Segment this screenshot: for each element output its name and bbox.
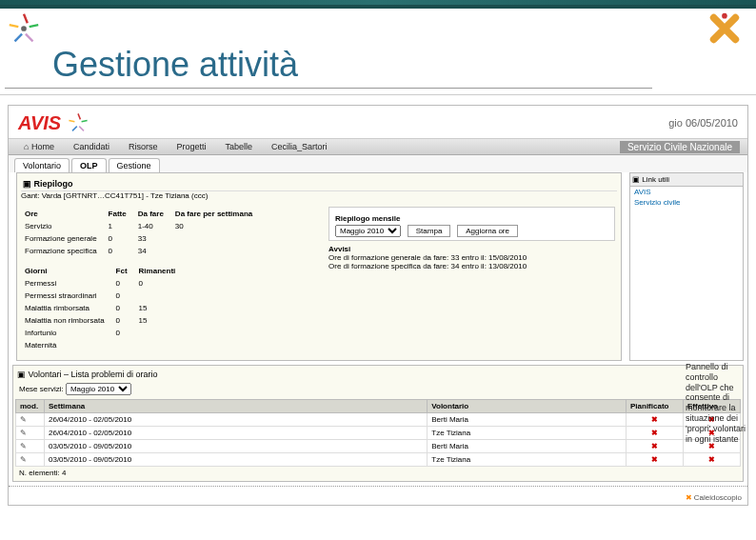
nav-user[interactable]: Cecilia_Sartori bbox=[262, 140, 337, 153]
star-icon bbox=[67, 111, 90, 134]
edit-icon[interactable] bbox=[16, 427, 45, 440]
header-date: gio 06/05/2010 bbox=[668, 117, 738, 129]
link-servizio[interactable]: Servizio civile bbox=[630, 197, 743, 208]
table-row: 03/05/2010 - 09/05/2010Berti Maria✖✖ bbox=[16, 440, 741, 453]
nav-progetti[interactable]: Progetti bbox=[168, 140, 216, 153]
aggiorna-button[interactable]: Aggiorna ore bbox=[457, 225, 518, 237]
ore-table: OreFatteDa fareDa fare per settimana Ser… bbox=[23, 207, 264, 258]
volontari-panel: Volontari – Lista problemi di orario Mes… bbox=[12, 365, 744, 482]
star-logo-left bbox=[6, 10, 46, 50]
avviso-row: Ore di formazione generale da fare: 33 e… bbox=[328, 253, 615, 262]
avis-logo: AVIS bbox=[18, 112, 61, 134]
divider bbox=[9, 486, 747, 487]
riepilogo-mensile: Riepilogo mensile Maggio 2010 Stampa Agg… bbox=[328, 207, 615, 241]
mensile-title: Riepilogo mensile bbox=[335, 214, 608, 223]
edit-icon[interactable] bbox=[16, 413, 45, 427]
vol-mese-select[interactable]: Maggio 2010 bbox=[66, 383, 131, 395]
footer-brand: Caleidoscopio bbox=[9, 490, 747, 505]
table-row: 26/04/2010 - 02/05/2010Berti Maria✖✖ bbox=[16, 413, 741, 427]
sub-tabs: Volontario OLP Gestione bbox=[9, 155, 747, 172]
svg-point-1 bbox=[722, 13, 727, 19]
tab-olp[interactable]: OLP bbox=[71, 158, 107, 172]
nav-risorse[interactable]: Risorse bbox=[119, 140, 168, 153]
table-row: Servizio11-4030 bbox=[25, 221, 262, 231]
table-row: Infortunio0 bbox=[25, 328, 185, 338]
volontari-table: mod. Settimana Volontario Pianificato Ef… bbox=[15, 399, 741, 467]
edit-icon[interactable] bbox=[16, 453, 45, 467]
mese-select[interactable]: Maggio 2010 bbox=[335, 225, 401, 237]
gant-info: Gant: Varda [GRTNRT…CC41T751] - Tze Tizi… bbox=[21, 191, 617, 200]
tab-gestione[interactable]: Gestione bbox=[109, 158, 160, 172]
app-header: AVIS gio 06/05/2010 bbox=[9, 106, 747, 138]
table-row: Malattia rimborsata015 bbox=[25, 303, 185, 313]
slide-title: Gestione attività bbox=[52, 45, 298, 85]
table-row: 03/05/2010 - 09/05/2010Tze Tiziana✖✖ bbox=[16, 453, 741, 467]
table-row: Formazione generale033 bbox=[25, 233, 262, 244]
link-avis[interactable]: AVIS bbox=[630, 187, 743, 197]
volontari-title: Volontari – Lista problemi di orario bbox=[15, 368, 741, 381]
nav-home[interactable]: Home bbox=[14, 140, 64, 153]
edit-icon[interactable] bbox=[16, 440, 45, 453]
riepilogo-title: Riepilogo bbox=[21, 177, 617, 191]
giorni-table: GiorniFctRimanenti Permessi00 Permessi s… bbox=[23, 264, 187, 352]
x-logo-right bbox=[706, 10, 746, 50]
table-row: Maternità bbox=[25, 340, 185, 350]
nav-bar: Home Candidati Risorse Progetti Tabelle … bbox=[9, 138, 747, 155]
nav-tabelle[interactable]: Tabelle bbox=[216, 140, 263, 153]
service-label: Servizio Civile Nazionale bbox=[620, 141, 740, 153]
table-row: Permessi straordinari0 bbox=[25, 290, 185, 301]
avvisi-box: Avvisi Ore di formazione generale da far… bbox=[328, 245, 615, 270]
svg-point-0 bbox=[21, 26, 27, 31]
slide-header: Gestione attività bbox=[0, 5, 756, 95]
table-row: Formazione specifica034 bbox=[25, 246, 262, 256]
row-count: N. elementi: 4 bbox=[15, 467, 741, 479]
table-row: Malattia non rimborsata015 bbox=[25, 315, 185, 326]
avviso-row: Ore di formazione specifica da fare: 34 … bbox=[328, 262, 615, 270]
app-window: AVIS gio 06/05/2010 Home Candidati Risor… bbox=[8, 105, 748, 506]
mese-label: Mese servizi: bbox=[19, 385, 64, 393]
table-row: Permessi00 bbox=[25, 278, 185, 289]
tab-volontario[interactable]: Volontario bbox=[14, 158, 70, 172]
table-row: 26/04/2010 - 02/05/2010Tze Tiziana✖✖ bbox=[16, 427, 741, 440]
link-utili-panel: Link utili AVIS Servizio civile bbox=[629, 172, 744, 361]
nav-candidati[interactable]: Candidati bbox=[64, 140, 119, 153]
riepilogo-panel: Riepilogo Gant: Varda [GRTNRT…CC41T751] … bbox=[16, 172, 622, 361]
link-utili-title: Link utili bbox=[630, 173, 743, 187]
stampa-button[interactable]: Stampa bbox=[408, 225, 451, 237]
explain-note: Pannello di controllo dell'OLP che conse… bbox=[686, 362, 750, 444]
